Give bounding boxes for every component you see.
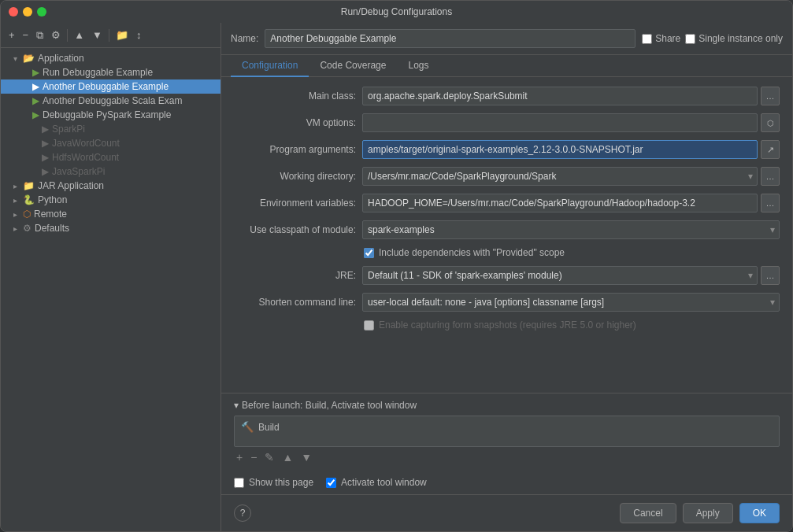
- help-button[interactable]: ?: [234, 504, 251, 522]
- main-content: + − ⧉ ⚙ ▲ ▼ 📁 ↕ ▾ 📂 Application: [1, 23, 792, 531]
- program-args-browse-button[interactable]: ↗: [761, 140, 780, 159]
- run-icon-3: ▶: [32, 95, 39, 106]
- name-bar: Name: Share Single instance only: [221, 23, 792, 55]
- before-launch-content: 🔨 Build: [234, 416, 780, 447]
- tree-label-python: Python: [38, 194, 67, 205]
- single-instance-label[interactable]: Single instance only: [685, 33, 783, 44]
- before-launch-up-button[interactable]: ▲: [280, 450, 295, 464]
- before-launch-remove-button[interactable]: −: [248, 450, 259, 464]
- tree-item-remote[interactable]: ▸ ⬡ Remote: [1, 207, 220, 221]
- tree-item-javasparkpi[interactable]: ▶ JavaSparkPi: [1, 164, 220, 179]
- run-icon-7: ▶: [42, 152, 49, 163]
- tab-logs[interactable]: Logs: [397, 55, 439, 77]
- minimize-button[interactable]: [23, 7, 32, 17]
- vm-options-input[interactable]: [362, 113, 758, 132]
- vm-options-expand-button[interactable]: ⬡: [761, 113, 780, 132]
- form-snapshots-label[interactable]: Enable capturing form snapshots (require…: [364, 320, 636, 331]
- vm-options-label: VM options:: [234, 117, 356, 128]
- tree-item-another-scala[interactable]: ▶ Another Debuggable Scala Exam: [1, 94, 220, 108]
- defaults-icon: ⚙: [23, 223, 31, 234]
- activate-tool-checkbox[interactable]: [326, 478, 336, 488]
- ok-button[interactable]: OK: [739, 503, 780, 523]
- run-icon-8: ▶: [42, 166, 49, 177]
- shorten-select[interactable]: user-local default: none - java [options…: [362, 293, 780, 312]
- left-toolbar: + − ⧉ ⚙ ▲ ▼ 📁 ↕: [1, 23, 220, 48]
- tree-label-hdfswordcount: HdfsWordCount: [52, 152, 119, 163]
- program-args-field: ↗: [362, 140, 780, 159]
- folder-button[interactable]: 📁: [113, 28, 132, 42]
- config-area: Main class: … VM options: ⬡ Pr: [221, 77, 792, 393]
- show-page-label[interactable]: Show this page: [234, 477, 313, 488]
- tab-code-coverage[interactable]: Code Coverage: [309, 55, 397, 77]
- main-class-browse-button[interactable]: …: [761, 87, 780, 105]
- include-deps-checkbox[interactable]: [364, 248, 374, 258]
- before-launch-section: ▾ Before launch: Build, Activate tool wi…: [221, 393, 792, 471]
- before-launch-add-button[interactable]: +: [234, 450, 245, 464]
- tree-item-another-debuggable[interactable]: ▶ Another Debuggable Example: [1, 79, 220, 94]
- form-snapshots-checkbox[interactable]: [364, 320, 374, 331]
- tree-item-python[interactable]: ▸ 🐍 Python: [1, 193, 220, 207]
- single-instance-checkbox[interactable]: [685, 34, 695, 44]
- activate-tool-label[interactable]: Activate tool window: [326, 477, 427, 488]
- move-up-button[interactable]: ▲: [71, 28, 87, 42]
- main-class-input[interactable]: [362, 87, 758, 105]
- move-down-button[interactable]: ▼: [89, 28, 106, 42]
- right-panel: Name: Share Single instance only Confi: [221, 23, 792, 531]
- name-input[interactable]: [265, 29, 636, 48]
- apply-button[interactable]: Apply: [683, 503, 733, 523]
- build-item: 🔨 Build: [238, 419, 776, 434]
- tree-item-application[interactable]: ▾ 📂 Application: [1, 51, 220, 65]
- expand-arrow-application: ▾: [13, 54, 23, 63]
- include-deps-label[interactable]: Include dependencies with "Provided" sco…: [364, 247, 565, 258]
- classpath-select[interactable]: spark-examples: [362, 220, 780, 239]
- before-launch-edit-button[interactable]: ✎: [262, 450, 276, 464]
- settings-config-button[interactable]: ⚙: [48, 28, 64, 42]
- before-launch-header[interactable]: ▾ Before launch: Build, Activate tool wi…: [234, 400, 780, 411]
- tab-configuration[interactable]: Configuration: [231, 55, 309, 77]
- add-config-button[interactable]: +: [6, 28, 18, 42]
- before-launch-down-button[interactable]: ▼: [298, 450, 314, 464]
- remove-config-button[interactable]: −: [20, 28, 32, 42]
- working-dir-input[interactable]: [362, 167, 758, 186]
- env-vars-input[interactable]: [362, 194, 758, 212]
- tree-item-sparkpi[interactable]: ▶ SparkPi: [1, 122, 220, 136]
- jre-field: Default (11 - SDK of 'spark-examples' mo…: [362, 266, 780, 285]
- env-vars-label: Environment variables:: [234, 198, 356, 209]
- tree-label-defaults: Defaults: [35, 223, 69, 234]
- jre-select[interactable]: Default (11 - SDK of 'spark-examples' mo…: [362, 266, 758, 285]
- name-field-label: Name:: [231, 33, 258, 44]
- env-vars-field: …: [362, 194, 780, 212]
- show-page-checkbox[interactable]: [234, 478, 244, 488]
- shorten-field: user-local default: none - java [options…: [362, 293, 780, 312]
- folder-icon-application: 📂: [23, 53, 35, 64]
- tree-item-hdfswordcount[interactable]: ▶ HdfsWordCount: [1, 150, 220, 164]
- maximize-button[interactable]: [37, 7, 46, 17]
- main-class-label: Main class:: [234, 91, 356, 102]
- copy-config-button[interactable]: ⧉: [33, 28, 46, 43]
- tree-item-defaults[interactable]: ▸ ⚙ Defaults: [1, 221, 220, 235]
- tree-label-application: Application: [38, 53, 84, 64]
- tree-item-debuggable-pyspark[interactable]: ▶ Debuggable PySpark Example: [1, 108, 220, 122]
- env-vars-row: Environment variables: …: [234, 194, 780, 212]
- sort-button[interactable]: ↕: [133, 28, 145, 42]
- tree-label-javawordcount: JavaWordCount: [52, 138, 120, 149]
- build-item-label: Build: [258, 422, 280, 433]
- env-vars-browse-button[interactable]: …: [761, 194, 780, 212]
- tree-item-run-debuggable[interactable]: ▶ Run Debuggable Example: [1, 65, 220, 79]
- window-controls: [9, 7, 46, 17]
- jre-browse-button[interactable]: …: [761, 266, 780, 285]
- working-dir-browse-button[interactable]: …: [761, 167, 780, 186]
- main-class-row: Main class: …: [234, 87, 780, 105]
- tree-item-javawordcount[interactable]: ▶ JavaWordCount: [1, 136, 220, 150]
- tree-item-jar-application[interactable]: ▸ 📁 JAR Application: [1, 179, 220, 193]
- jre-label: JRE:: [234, 270, 356, 281]
- expand-arrow-jar: ▸: [13, 182, 23, 190]
- close-button[interactable]: [9, 7, 18, 17]
- share-checkbox[interactable]: [642, 34, 652, 44]
- remote-icon: ⬡: [23, 209, 31, 220]
- cancel-button[interactable]: Cancel: [620, 503, 676, 523]
- tree-label-debuggable-pyspark: Debuggable PySpark Example: [43, 109, 171, 120]
- share-label[interactable]: Share: [642, 33, 680, 44]
- program-args-input[interactable]: [362, 140, 758, 159]
- left-panel: + − ⧉ ⚙ ▲ ▼ 📁 ↕ ▾ 📂 Application: [1, 23, 221, 531]
